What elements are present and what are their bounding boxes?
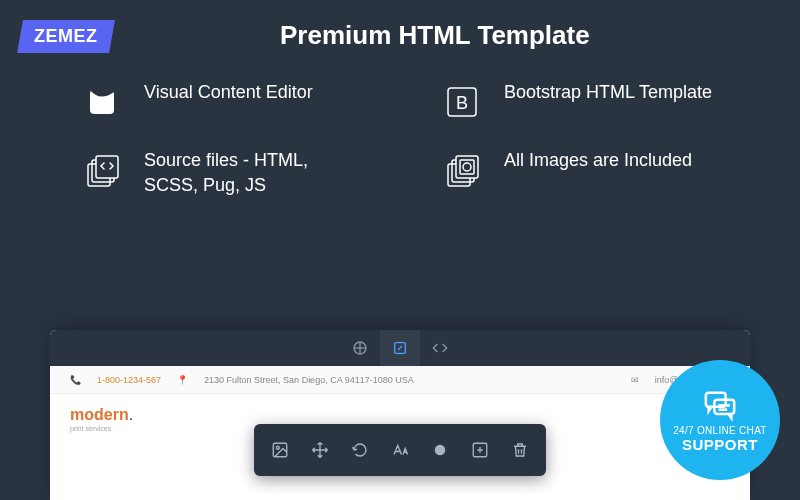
page-title: Premium HTML Template [280, 20, 590, 51]
feature-label: All Images are Included [504, 148, 692, 173]
logo-badge: ZEMEZ [17, 20, 114, 53]
tool-text[interactable] [382, 432, 418, 468]
brand-logo: modern. [70, 406, 730, 424]
tool-rotate[interactable] [342, 432, 378, 468]
files-code-icon [80, 148, 124, 192]
chat-line1: 24/7 ONLINE CHAT [673, 425, 767, 436]
chat-icon [703, 387, 737, 421]
feature-label: Visual Content Editor [144, 80, 313, 105]
brand-dot: . [129, 406, 133, 423]
tool-move[interactable] [302, 432, 338, 468]
camera-files-icon [440, 148, 484, 192]
tool-delete[interactable] [502, 432, 538, 468]
chat-support-badge[interactable]: 24/7 ONLINE CHAT SUPPORT [660, 360, 780, 480]
editor-toolbar [254, 424, 546, 476]
feature-label: Source files - HTML, SCSS, Pug, JS [144, 148, 360, 198]
logo-text: ZEMEZ [34, 26, 98, 47]
tab-compass[interactable] [340, 330, 380, 366]
address-text: 2130 Fulton Street, San Diego, CA 94117-… [204, 375, 414, 385]
brand-main: modern [70, 406, 129, 423]
chat-line2: SUPPORT [682, 436, 758, 453]
feature-grid: Visual Content Editor B Bootstrap HTML T… [80, 80, 720, 198]
feature-images: All Images are Included [440, 148, 720, 198]
feature-visual-editor: Visual Content Editor [80, 80, 360, 124]
site-top-bar: 📞 1-800-1234-567 📍 2130 Fulton Street, S… [50, 366, 750, 394]
bootstrap-icon: B [440, 80, 484, 124]
leaf-icon [80, 80, 124, 124]
pin-icon: 📍 [177, 375, 188, 385]
tool-image[interactable] [262, 432, 298, 468]
feature-source-files: Source files - HTML, SCSS, Pug, JS [80, 148, 360, 198]
phone-icon: 📞 [70, 375, 81, 385]
mail-icon: ✉ [631, 375, 639, 385]
svg-rect-5 [96, 156, 118, 178]
feature-label: Bootstrap HTML Template [504, 80, 712, 105]
svg-text:B: B [456, 93, 468, 113]
preview-tab-bar [50, 330, 750, 366]
tab-code[interactable] [420, 330, 460, 366]
svg-point-16 [276, 446, 279, 449]
tab-edit[interactable] [380, 330, 420, 366]
phone-text: 1-800-1234-567 [97, 375, 161, 385]
tool-record[interactable] [422, 432, 458, 468]
tool-add[interactable] [462, 432, 498, 468]
svg-point-17 [435, 445, 446, 456]
feature-bootstrap: B Bootstrap HTML Template [440, 80, 720, 124]
